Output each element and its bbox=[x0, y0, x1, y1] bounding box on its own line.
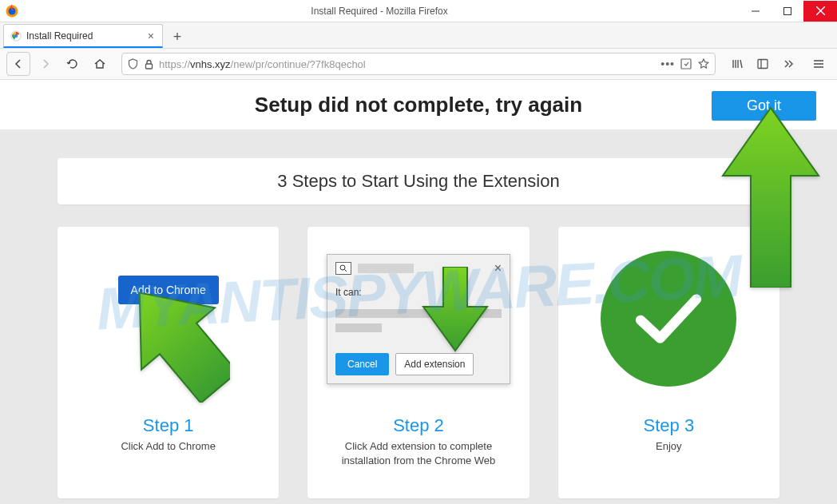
step-2-title: Step 2 bbox=[393, 415, 444, 436]
page-content: Setup did not complete, try again Got it… bbox=[0, 80, 837, 504]
step-3-title: Step 3 bbox=[644, 415, 695, 436]
back-button[interactable] bbox=[6, 52, 30, 76]
steps-row: Add to Chrome Step 1 Click Add to Chrome bbox=[0, 204, 837, 498]
shield-icon bbox=[127, 58, 139, 70]
svg-point-7 bbox=[14, 34, 18, 37]
step-1-desc: Click Add to Chrome bbox=[106, 436, 230, 457]
tab-strip: Install Required × + bbox=[0, 22, 837, 49]
step-1-card: Add to Chrome Step 1 Click Add to Chrome bbox=[58, 227, 279, 498]
new-tab-button[interactable]: + bbox=[166, 26, 188, 48]
magnify-icon bbox=[335, 262, 351, 275]
svg-point-15 bbox=[340, 265, 345, 270]
svg-rect-8 bbox=[146, 64, 153, 69]
sidebar-icon bbox=[756, 58, 769, 70]
dialog-close-button[interactable]: × bbox=[494, 261, 502, 276]
window-title: Install Required - Mozilla Firefox bbox=[19, 6, 740, 17]
arrow-icon bbox=[719, 104, 823, 288]
subtitle: 3 Steps to Start Using the Extension bbox=[58, 158, 779, 204]
arrow-icon bbox=[419, 267, 491, 355]
window-titlebar: Install Required - Mozilla Firefox bbox=[0, 0, 837, 22]
tab-close-button[interactable]: × bbox=[146, 30, 156, 42]
sidebar-button[interactable] bbox=[751, 52, 775, 76]
checkmark-circle-icon bbox=[601, 251, 736, 387]
banner-heading: Setup did not complete, try again bbox=[255, 93, 582, 117]
overflow-button[interactable] bbox=[776, 52, 800, 76]
reader-icon[interactable] bbox=[680, 58, 692, 70]
svg-rect-3 bbox=[784, 7, 791, 14]
step-3-desc: Enjoy bbox=[641, 436, 696, 457]
back-arrow-icon bbox=[12, 58, 25, 70]
svg-rect-10 bbox=[758, 60, 768, 69]
url-text: https://vnhs.xyz/new/pr/continue/?7fk8qe… bbox=[159, 58, 656, 70]
svg-rect-9 bbox=[681, 59, 691, 69]
reload-icon bbox=[66, 58, 79, 70]
minimize-button[interactable] bbox=[740, 1, 772, 22]
address-bar[interactable]: https://vnhs.xyz/new/pr/continue/?7fk8qe… bbox=[121, 53, 716, 75]
home-button[interactable] bbox=[88, 52, 112, 76]
browser-tab[interactable]: Install Required × bbox=[3, 24, 163, 48]
maximize-icon bbox=[783, 7, 791, 15]
library-icon bbox=[731, 58, 744, 70]
library-button[interactable] bbox=[725, 52, 749, 76]
reload-button[interactable] bbox=[61, 52, 85, 76]
close-icon bbox=[816, 6, 825, 15]
step-2-card: × It can: Cancel Add extension bbox=[307, 227, 529, 498]
chevron-double-right-icon bbox=[782, 58, 795, 70]
forward-arrow-icon bbox=[39, 58, 52, 70]
dialog-cancel-button[interactable]: Cancel bbox=[335, 353, 389, 375]
tab-favicon bbox=[10, 30, 22, 42]
tab-title: Install Required bbox=[26, 30, 141, 42]
browser-toolbar: https://vnhs.xyz/new/pr/continue/?7fk8qe… bbox=[0, 49, 837, 80]
arrow-icon bbox=[126, 275, 230, 403]
bookmark-star-icon[interactable] bbox=[697, 58, 710, 70]
banner: Setup did not complete, try again Got it bbox=[0, 80, 837, 129]
step-2-desc: Click Add extension to complete installa… bbox=[307, 436, 529, 471]
menu-button[interactable] bbox=[807, 52, 831, 76]
dialog-title-placeholder bbox=[358, 264, 414, 273]
hamburger-icon bbox=[812, 58, 825, 70]
permission-line-2 bbox=[335, 323, 382, 332]
minimize-icon bbox=[752, 7, 760, 15]
home-icon bbox=[93, 58, 106, 70]
forward-button bbox=[34, 52, 58, 76]
svg-line-16 bbox=[344, 269, 347, 272]
ellipsis-icon[interactable]: ••• bbox=[660, 58, 675, 70]
firefox-icon bbox=[5, 4, 19, 18]
maximize-button[interactable] bbox=[772, 1, 803, 22]
close-button[interactable] bbox=[803, 1, 837, 22]
dialog-add-extension-button[interactable]: Add extension bbox=[395, 353, 474, 375]
lock-icon bbox=[144, 59, 154, 69]
step-1-title: Step 1 bbox=[143, 415, 194, 436]
